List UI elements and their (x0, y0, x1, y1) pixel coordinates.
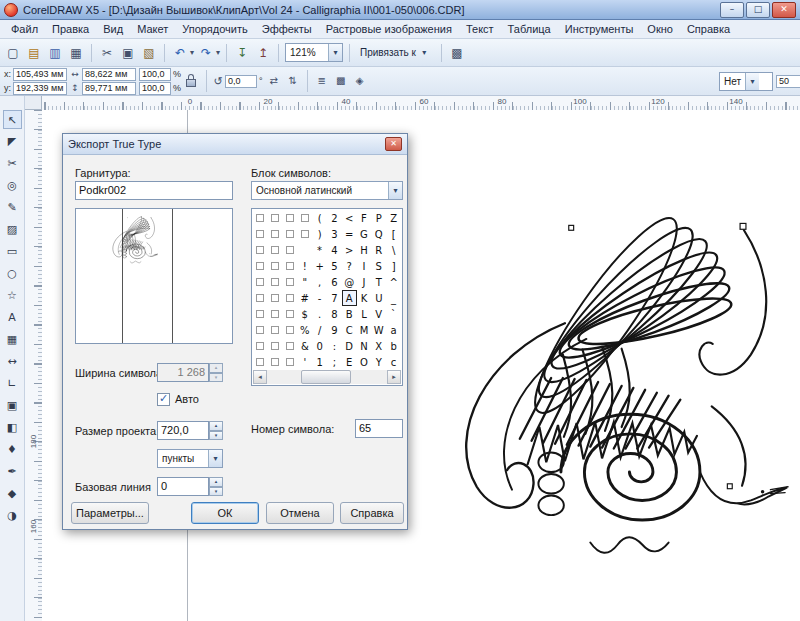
smart-fill-tool[interactable]: ▨ (3, 220, 22, 239)
char-cell[interactable]: [ (386, 226, 401, 242)
menu-item[interactable]: Справка (680, 21, 737, 37)
char-cell[interactable]: 5 (327, 258, 342, 274)
auto-checkbox[interactable] (157, 393, 170, 406)
eyedropper-tool[interactable]: ♦ (3, 440, 22, 459)
undo-dropdown-icon[interactable]: ▾ (190, 48, 194, 57)
char-cell[interactable]: ) (312, 226, 327, 242)
menu-item[interactable]: Текст (459, 21, 501, 37)
char-cell[interactable]: 9 (327, 322, 342, 338)
redo-dropdown-icon[interactable]: ▾ (216, 48, 220, 57)
char-cell[interactable] (268, 210, 283, 226)
char-cell[interactable]: U (371, 290, 386, 306)
menu-item[interactable]: Таблица (501, 21, 558, 37)
pick-tool[interactable]: ↖ (3, 110, 22, 129)
cut-icon[interactable]: ✂ (98, 44, 116, 62)
connector-tool[interactable]: ∟ (3, 374, 22, 393)
char-cell[interactable]: # (297, 290, 312, 306)
char-cell[interactable] (253, 354, 268, 370)
polygon-tool[interactable]: ☆ (3, 286, 22, 305)
char-cell[interactable]: @ (342, 274, 357, 290)
baseline-field[interactable]: 0 (157, 477, 209, 496)
baseline-spinner[interactable] (209, 477, 223, 496)
char-cell[interactable]: c (386, 354, 401, 370)
scroll-track[interactable] (267, 370, 387, 384)
table-tool[interactable]: ▦ (3, 330, 22, 349)
options-icon[interactable] (448, 44, 466, 62)
char-cell[interactable]: J (357, 274, 372, 290)
char-cell[interactable]: ` (386, 306, 401, 322)
char-cell[interactable] (253, 274, 268, 290)
char-cell[interactable]: S (371, 258, 386, 274)
char-cell[interactable] (283, 210, 298, 226)
char-cell[interactable]: X (371, 338, 386, 354)
new-document-icon[interactable]: ▢ (4, 44, 22, 62)
char-cell[interactable]: T (371, 274, 386, 290)
paste-icon[interactable]: ▧ (140, 44, 158, 62)
chevron-down-icon[interactable] (745, 73, 759, 90)
char-cell[interactable]: O (357, 354, 372, 370)
char-cell[interactable]: _ (386, 290, 401, 306)
char-cell[interactable]: N (357, 338, 372, 354)
char-cell[interactable] (268, 338, 283, 354)
design-size-field[interactable]: 720,0 (157, 421, 209, 440)
char-cell[interactable] (283, 290, 298, 306)
char-cell[interactable]: ] (386, 258, 401, 274)
units-combo[interactable]: пункты (157, 449, 223, 468)
options-button[interactable]: Параметры... (71, 502, 149, 524)
chevron-down-icon[interactable] (418, 47, 431, 59)
char-cell[interactable]: D (342, 338, 357, 354)
scroll-thumb[interactable] (301, 370, 351, 384)
char-cell[interactable]: 8 (327, 306, 342, 322)
open-document-icon[interactable]: ▤ (25, 44, 43, 62)
char-cell[interactable]: . (312, 306, 327, 322)
auto-label[interactable]: Авто (175, 393, 199, 405)
help-button[interactable]: Справка (340, 502, 404, 524)
interactive-fill-tool[interactable]: ◑ (3, 506, 22, 525)
char-cell[interactable] (268, 354, 283, 370)
menu-item[interactable]: Правка (45, 21, 96, 37)
char-cell[interactable] (283, 242, 298, 258)
char-cell[interactable]: 4 (327, 242, 342, 258)
chevron-down-icon[interactable] (328, 44, 342, 61)
scroll-left-icon[interactable] (253, 370, 267, 384)
scale-x-field[interactable]: 100,0 (139, 68, 171, 81)
char-cell[interactable] (297, 242, 312, 258)
minimize-button[interactable] (720, 2, 744, 18)
char-number-field[interactable]: 65 (355, 419, 403, 438)
char-cell[interactable] (253, 258, 268, 274)
char-cell[interactable]: I (357, 258, 372, 274)
effects-icon[interactable] (352, 73, 368, 89)
char-cell[interactable]: L (357, 306, 372, 322)
vertical-ruler[interactable]: 180160 (25, 110, 43, 621)
object-width-field[interactable]: 88,622 мм (82, 68, 136, 81)
zoom-level-combo[interactable]: 121% (285, 43, 343, 62)
char-cell[interactable] (253, 290, 268, 306)
menu-item[interactable]: Окно (640, 21, 680, 37)
import-icon[interactable]: ↧ (233, 44, 251, 62)
char-cell[interactable]: R (371, 242, 386, 258)
char-cell[interactable]: ' (297, 354, 312, 370)
dimension-tool[interactable]: ↔ (3, 352, 22, 371)
chevron-down-icon[interactable] (208, 450, 222, 467)
scroll-right-icon[interactable] (387, 370, 401, 384)
char-cell[interactable]: b (386, 338, 401, 354)
zoom-tool[interactable]: ◎ (3, 176, 22, 195)
fill-tool[interactable]: ◆ (3, 484, 22, 503)
char-cell[interactable]: + (312, 258, 327, 274)
horizontal-ruler[interactable]: 020406080100120140 (25, 96, 800, 111)
char-cell[interactable] (253, 242, 268, 258)
char-cell[interactable] (297, 226, 312, 242)
char-cell[interactable] (283, 274, 298, 290)
char-cell[interactable]: M (357, 322, 372, 338)
dialog-title-bar[interactable]: Экспорт True Type (63, 134, 407, 155)
ellipse-tool[interactable]: ○ (3, 264, 22, 283)
object-height-field[interactable]: 89,771 мм (82, 82, 136, 95)
char-cell[interactable] (253, 338, 268, 354)
char-cell[interactable]: - (312, 290, 327, 306)
char-cell[interactable]: < (342, 210, 357, 226)
crop-tool[interactable]: ✂ (3, 154, 22, 173)
mirror-vertical-icon[interactable] (285, 73, 301, 89)
char-cell[interactable] (268, 306, 283, 322)
clipped-right-field[interactable]: 50 (776, 75, 800, 88)
mirror-horizontal-icon[interactable] (266, 73, 282, 89)
